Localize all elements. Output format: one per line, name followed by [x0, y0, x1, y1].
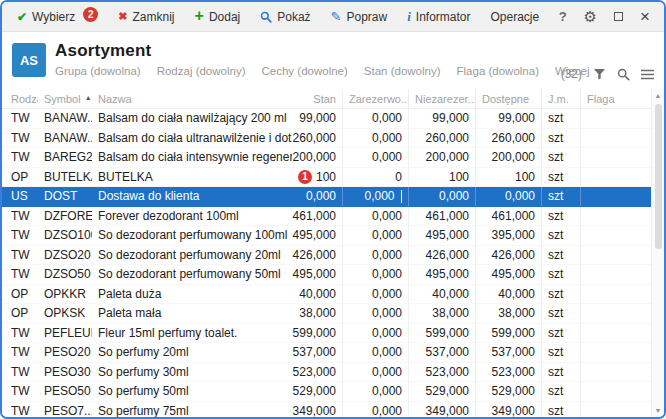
maximize-button[interactable] [614, 12, 623, 21]
table-row[interactable]: TWDZSO50So dezodorant perfumowany 50ml49… [2, 265, 651, 285]
cell-jm: szt [541, 207, 580, 226]
cell-nazwa: So perfumy 50ml [92, 382, 292, 401]
toolbar-label-dodaj: Dodaj [209, 10, 240, 24]
filter-flaga[interactable]: Flaga (dowolna) [457, 65, 539, 77]
scroll-down-icon[interactable]: ▼ [652, 404, 664, 417]
close-window-button[interactable]: × [640, 8, 650, 25]
table-row[interactable]: TWPESO50So perfumy 50ml529,0000,000529,0… [2, 382, 651, 402]
cell-flaga [580, 148, 651, 167]
cell-zarez: 0,000 [342, 129, 408, 148]
cell-niezarez: 200,000 [408, 148, 475, 167]
cell-dost: 100 [475, 168, 541, 187]
cell-stan: 349,000 [292, 402, 342, 418]
cell-nazwa: Paleta mała [92, 304, 292, 323]
menu-icon[interactable] [641, 69, 654, 80]
table-row[interactable]: TWPESO30So perfumy 30ml523,0000,000523,0… [2, 363, 651, 383]
close-icon: ✖ [118, 11, 127, 22]
toolbar-button-dodaj[interactable]: + Dodaj [186, 5, 250, 29]
cell-dost: 537,000 [475, 343, 541, 362]
cell-zarez: 0 [342, 168, 408, 187]
cell-symbol: PEFLEUR... [38, 324, 92, 343]
column-header-zarezerwowano[interactable]: Zarezerwo... [342, 89, 408, 108]
cell-nazwa: Fleur 15ml perfumy toalet. [92, 324, 292, 343]
cell-stan: 523,000 [292, 363, 342, 382]
search-icon[interactable] [617, 68, 630, 81]
cell-niezarez: 599,000 [408, 324, 475, 343]
column-header-nazwa[interactable]: Nazwa [92, 89, 292, 108]
cell-nazwa: Balsam do ciała nawilżający 200 ml [92, 109, 292, 128]
cell-nazwa: Dostawa do klienta [92, 187, 292, 206]
table-row[interactable]: TWPESO7...So perfumy 75ml349,0000,000349… [2, 402, 651, 418]
scrollbar-thumb[interactable] [655, 104, 662, 249]
cell-jm: szt [541, 324, 580, 343]
table-body: TWBANAW...Balsam do ciała nawilżający 20… [2, 109, 651, 417]
cell-flaga [580, 402, 651, 418]
cell-zarez: 0,000 [342, 324, 408, 343]
toolbar-button-popraw[interactable]: ✎ Popraw [322, 5, 397, 29]
cell-niezarez: 260,000 [408, 129, 475, 148]
column-header-niezarezerwowano[interactable]: Niezarezer... [408, 89, 475, 108]
column-header-dostepne[interactable]: Dostępne [475, 89, 541, 108]
pencil-icon: ✎ [331, 10, 342, 23]
cell-dost: 260,000 [475, 129, 541, 148]
table-row[interactable]: TWBANAW...Balsam do ciała nawilżający 20… [2, 109, 651, 129]
cell-rodzaj: OP [2, 168, 38, 187]
page-header: AS Asortyment Grupa (dowolna) Rodzaj (do… [2, 32, 664, 89]
cell-jm: szt [541, 148, 580, 167]
cell-flaga [580, 207, 651, 226]
column-header-rodzaj[interactable]: Rodzaj [2, 89, 38, 108]
cell-niezarez: 349,000 [408, 402, 475, 418]
column-header-symbol-label: Symbol [44, 93, 81, 105]
table-row[interactable]: OPOPKSKPaleta mała38,0000,00038,00038,00… [2, 304, 651, 324]
cell-flaga [580, 265, 651, 284]
window-controls: ? ⚙ × [559, 8, 658, 26]
cell-dost: 0,000 [475, 187, 541, 206]
table-header: Rodzaj Symbol ▲ Nazwa Stan Zarezerwo... … [2, 89, 651, 109]
cell-rodzaj: TW [2, 129, 38, 148]
cell-flaga [580, 109, 651, 128]
cell-dost: 599,000 [475, 324, 541, 343]
cell-stan: 260,000 [292, 129, 342, 148]
column-header-jm[interactable]: J.m. [541, 89, 580, 108]
cell-niezarez: 38,000 [408, 304, 475, 323]
filter-stan[interactable]: Stan (dowolny) [364, 65, 441, 77]
toolbar-button-pokaz[interactable]: Pokaż [251, 5, 319, 29]
cell-zarez: 0,000 [342, 402, 408, 418]
table-row[interactable]: TWDZFORE...Forever dezodorant 100ml461,0… [2, 207, 651, 227]
table-row[interactable]: TWBAREG2...Balsam do ciała intensywnie r… [2, 148, 651, 168]
cell-stan: 38,000 [292, 304, 342, 323]
cell-flaga [580, 324, 651, 343]
scroll-up-icon[interactable]: ▲ [652, 89, 664, 102]
filter-funnel-icon[interactable] [593, 68, 606, 80]
help-button[interactable]: ? [559, 9, 567, 24]
cell-dost: 38,000 [475, 304, 541, 323]
toolbar-button-zamknij[interactable]: ✖ Zamknij [109, 5, 183, 29]
filter-bar: Grupa (dowolna) Rodzaj (dowolny) Cechy (… [55, 65, 561, 77]
cell-rodzaj: TW [2, 148, 38, 167]
cell-rodzaj: TW [2, 246, 38, 265]
column-header-flaga[interactable]: Flaga [580, 89, 651, 108]
table-row[interactable]: TWBANAW...Balsam do ciała ultranawilżeni… [2, 129, 651, 149]
vertical-scrollbar[interactable]: ▲ ▼ [651, 89, 664, 417]
cell-flaga [580, 304, 651, 323]
record-count: (32) [561, 67, 582, 81]
table-row[interactable]: USDOSTDostawa do klienta0,0000,0000,0000… [2, 187, 651, 207]
table-row[interactable]: TWPESO20So perfumy 20ml537,0000,000537,0… [2, 343, 651, 363]
cell-flaga [580, 363, 651, 382]
toolbar-button-informator[interactable]: i Informator [398, 5, 479, 29]
column-header-symbol[interactable]: Symbol ▲ [38, 89, 92, 108]
toolbar-button-operacje[interactable]: Operacje [482, 5, 549, 29]
table-row[interactable]: TWDZSO20So dezodorant perfumowany 20ml42… [2, 246, 651, 266]
table-row[interactable]: OPBUTELKABUTELKA11000100100szt [2, 168, 651, 188]
table-row[interactable]: TWPEFLEUR...Fleur 15ml perfumy toalet.59… [2, 324, 651, 344]
filter-rodzaj[interactable]: Rodzaj (dowolny) [157, 65, 246, 77]
filter-cechy[interactable]: Cechy (dowolne) [262, 65, 348, 77]
toolbar-label-wybierz: Wybierz [32, 10, 75, 24]
gear-icon[interactable]: ⚙ [584, 8, 597, 26]
cell-flaga [580, 382, 651, 401]
table-row[interactable]: OPOPKKRPaleta duża40,0000,00040,00040,00… [2, 285, 651, 305]
toolbar-button-wybierz[interactable]: ✔ Wybierz 2 [8, 5, 107, 29]
table-row[interactable]: TWDZSO100So dezodorant perfumowany 100ml… [2, 226, 651, 246]
filter-grupa[interactable]: Grupa (dowolna) [55, 65, 141, 77]
column-header-stan[interactable]: Stan [292, 89, 342, 108]
